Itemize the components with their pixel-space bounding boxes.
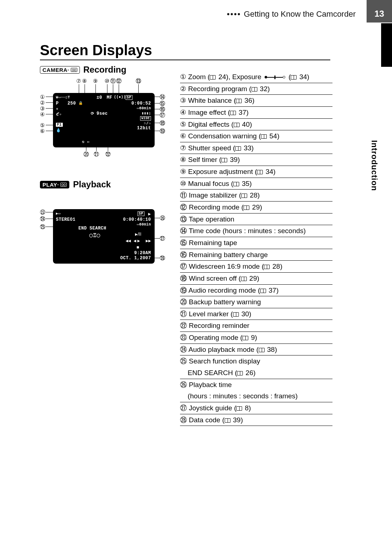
- page-ref-icon: [242, 336, 248, 340]
- page: { "header": { "breadcrumb": "Getting to …: [0, 0, 392, 557]
- page-ref-icon: [260, 289, 266, 293]
- recording-diagram: ⑦ ⑧ ⑨ ⑩ ⑪ ⑫ ⑬ ① ② ③ ④ ⑤ ⑥ ⑭ ⑮ ⑯ ⑰ ⑱ ⑲: [40, 78, 171, 165]
- section-tab-label: Introduction: [369, 140, 379, 191]
- legend-item: ① Zoom ( 24), Exposure ( 34): [180, 71, 332, 83]
- screen-mf: MF: [107, 95, 112, 100]
- callout-4: ④: [40, 111, 45, 118]
- joy-stop: ■: [136, 245, 139, 250]
- page-ref-icon: [230, 111, 236, 115]
- callout-24: ㉔: [40, 216, 45, 222]
- screen-tape-remain: ▭60min: [137, 106, 151, 110]
- legend-item: ㉗ Joystick guide ( 8): [180, 402, 332, 414]
- camera-mode-text: CAMERA·: [42, 67, 69, 73]
- page-ref-icon: [235, 146, 241, 151]
- joystick-guide-icon: ▶/II ◀◀ ◀ ▶ ▶▶ ■: [126, 232, 151, 250]
- pb-tape: ▭60min: [137, 222, 151, 227]
- callout-23: ㉓: [40, 209, 45, 215]
- page-ref-icon: [221, 158, 227, 162]
- legend-item: ⑲ Audio recording mode ( 37): [180, 285, 332, 297]
- stabilizer-icon: ((●)): [114, 95, 126, 99]
- legend-item: ㉑ Level marker ( 30): [180, 308, 332, 320]
- page-ref-icon: [241, 194, 247, 198]
- recording-heading: Recording: [83, 65, 127, 75]
- screen-shutter: 250: [68, 101, 76, 106]
- zoom-w-icon: W▭──▯T: [56, 95, 70, 99]
- legend-item: ⑮ Remaining tape: [180, 237, 332, 249]
- header-breadcrumb: •••• Getting to Know the Camcorder: [227, 9, 356, 19]
- legend-item: ② Recording program ( 32): [180, 83, 332, 95]
- legend-item: ㉖ Playback time: [180, 379, 332, 391]
- breadcrumb-text: Getting to Know the Camcorder: [244, 9, 356, 19]
- legend-item: ⑥ Condensation warning ( 54): [180, 130, 332, 142]
- legend-item: ⑪ Image stabilizer ( 28): [180, 190, 332, 202]
- legend-item: ㉓ Operating mode ( 9): [180, 332, 332, 344]
- legend-item: ⑧ Self timer ( 39): [180, 154, 332, 166]
- callout-25: ㉕: [40, 224, 45, 230]
- playback-screen: ▶▭ SP ▶ STEREO1 0:00:40:10 ▭60min END SE…: [53, 209, 155, 264]
- legend-item-extra: END SEARCH ( 26): [180, 367, 332, 379]
- legend-item: ⑬ Tape operation: [180, 214, 332, 225]
- page-ref-icon: [252, 87, 257, 92]
- pb-endsearch: END SEARCH: [78, 226, 106, 231]
- legend-item: ⑭ Time code (hours : minutes : seconds): [180, 225, 332, 237]
- legend-item: ⑦ Shutter speed ( 33): [180, 142, 332, 154]
- callout-7: ⑦: [76, 78, 81, 84]
- legend-item: ㉒ Recording reminder: [180, 320, 332, 332]
- callout-20: ⑳: [83, 151, 89, 158]
- screen-wide: WIDE: [140, 116, 151, 121]
- callout-27: ㉗: [160, 235, 165, 241]
- callout-17: ⑰: [160, 112, 165, 119]
- callout-18: ⑱: [160, 120, 165, 127]
- legend-item: ⑫ Recording mode ( 29): [180, 202, 332, 214]
- recording-screen: W▭──▯T ±0 MF ((●)) SP P 250 🔒 0:00:52 ☀ …: [53, 93, 155, 147]
- legend-item: ③ White balance ( 36): [180, 95, 332, 107]
- tape-icon: [60, 183, 67, 187]
- page-ref-icon: [291, 75, 297, 80]
- effect-icon: ℭ✧: [56, 112, 62, 117]
- camera-mode-badge: CAMERA·: [40, 66, 80, 74]
- callout-13: ⑬: [136, 78, 141, 85]
- page-ref-icon: [241, 277, 247, 281]
- page-ref-icon: [244, 206, 249, 210]
- thumb-tab: [381, 23, 392, 67]
- joy-ff: ▶▶: [146, 238, 151, 243]
- play-mode-badge: PLAY·: [40, 181, 69, 188]
- screen-tc: 0:00:52: [131, 101, 151, 106]
- legend-item: ⑰ Widescreen 16:9 mode ( 28): [180, 261, 332, 273]
- page-ref-icon: [259, 348, 265, 352]
- legend-item: ㉔ Audio playback mode ( 38): [180, 344, 332, 356]
- play-indicator-icon: ▶: [148, 211, 151, 217]
- screen-f1: F1: [56, 123, 63, 127]
- callout-19: ⑲: [160, 128, 165, 135]
- playback-heading: Playback: [73, 179, 111, 190]
- opmode-icon: ▶▭: [56, 211, 61, 216]
- page-ref-icon: [264, 265, 270, 269]
- pb-tc: 0:00:40:10: [123, 217, 151, 222]
- page-ref-icon: [210, 75, 216, 80]
- legend-item-extra: (hours : minutes : seconds : frames): [180, 390, 332, 402]
- drop-icon: 💧: [56, 128, 61, 133]
- legend-item: ⑯ Remaining battery charge: [180, 249, 332, 261]
- title-underline: [40, 60, 330, 60]
- wind-icon: ⚐/○: [144, 121, 151, 126]
- page-ref-icon: [233, 312, 239, 317]
- page-ref-icon: [233, 182, 239, 186]
- legend-item: ⑨ Exposure adjustment ( 34): [180, 166, 332, 178]
- left-column: CAMERA· Recording ⑦ ⑧ ⑨ ⑩ ⑪ ⑫ ⑬ ① ② ③ ④ …: [40, 65, 171, 277]
- legend-item: ⑩ Manual focus ( 35): [180, 178, 332, 190]
- recording-header-row: CAMERA· Recording: [40, 65, 171, 75]
- page-ref-icon: [234, 123, 240, 127]
- callout-10: ⑩: [105, 78, 109, 84]
- selftimer-icon: ⟳: [91, 111, 94, 116]
- legend-item: ㉘ Data code ( 39): [180, 414, 332, 426]
- page-ref-icon: [225, 418, 230, 423]
- callout-9: ⑨: [93, 78, 98, 84]
- backup-battery-icon: ⎋ ⇐: [82, 139, 90, 144]
- screen-exp: ±0: [97, 95, 102, 100]
- callout-6: ⑥: [40, 128, 45, 134]
- callout-28: ㉘: [160, 255, 165, 261]
- lock-icon: 🔒: [78, 101, 83, 105]
- callout-11: ⑪: [110, 78, 116, 85]
- callout-21: ㉑: [94, 151, 99, 157]
- page-ref-icon: [236, 406, 242, 411]
